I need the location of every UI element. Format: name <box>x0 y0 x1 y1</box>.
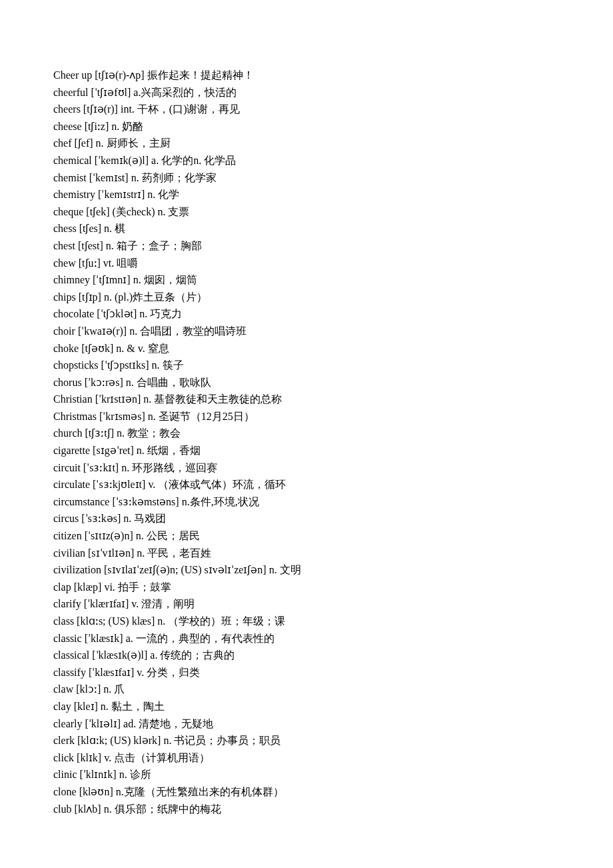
vocab-entry: clay [kleɪ] n. 黏土，陶土 <box>53 698 560 715</box>
vocab-entry: clearly [ˈklɪəlɪ] ad. 清楚地，无疑地 <box>53 715 560 733</box>
vocab-entry: classical [ˈklæsɪk(ə)l] a. 传统的；古典的 <box>53 647 560 664</box>
vocab-entry: classic [ˈklæsɪk] a. 一流的，典型的，有代表性的 <box>53 630 560 647</box>
vocab-entry: circumstance [ˈsɜːkəmstəns] n.条件,环境,状况 <box>53 493 560 511</box>
vocab-entry: claw [klɔː] n. 爪 <box>53 681 560 698</box>
vocab-entry: clinic [ˈklɪnɪk] n. 诊所 <box>53 766 560 783</box>
vocab-entry: citizen [ˈsɪtɪz(ə)n] n. 公民；居民 <box>53 527 560 545</box>
vocab-entry: chest [tʃest] n. 箱子；盒子；胸部 <box>53 237 560 255</box>
vocab-entry: clone [kləʊn] n.克隆（无性繁殖出来的有机体群） <box>53 783 560 801</box>
vocab-entry: circus [ˈsɜːkəs] n. 马戏团 <box>53 510 560 527</box>
vocab-entry: cheerful [ˈtʃɪəfʊl] a.兴高采烈的，快活的 <box>53 84 560 101</box>
vocab-entry: church [tʃɜːtʃ] n. 教堂；教会 <box>53 425 560 442</box>
vocab-entry: cheese [tʃiːz] n. 奶酪 <box>53 118 560 135</box>
vocab-entry: chemistry [ˈkemɪstrɪ] n. 化学 <box>53 186 560 203</box>
vocab-entry: chemical [ˈkemɪk(ə)l] a. 化学的n. 化学品 <box>53 152 560 169</box>
vocab-entry: chew [tʃuː] vt. 咀嚼 <box>53 255 560 272</box>
vocab-entry: chorus [ˈkɔːrəs] n. 合唱曲，歌咏队 <box>53 374 560 391</box>
vocab-entry: clap [klæp] vi. 拍手；鼓掌 <box>53 579 560 596</box>
vocab-entry: class [klɑːs; (US) klæs] n. （学校的）班；年级；课 <box>53 613 560 630</box>
vocab-entry: circuit [ˈsɜːkɪt] n. 环形路线，巡回赛 <box>53 459 560 477</box>
vocab-entry: click [klɪk] v. 点击（计算机用语） <box>53 749 560 767</box>
vocab-entry: circulate [ˈsɜːkjʊleɪt] v. （液体或气体）环流，循环 <box>53 476 560 493</box>
vocab-entry: chef [ʃef] n. 厨师长，主厨 <box>53 135 560 152</box>
vocab-entry: Christian [ˈkrɪstɪən] n. 基督教徒和天主教徒的总称 <box>53 391 560 408</box>
vocabulary-list: Cheer up [tʃɪə(r)-ʌp] 振作起来！提起精神！cheerful… <box>53 67 560 817</box>
vocab-entry: clarify [ˈklærɪfaɪ] v. 澄清，阐明 <box>53 595 560 613</box>
vocab-entry: civilization [sɪvɪlaɪˈzeɪʃ(ə)n; (US) sɪv… <box>53 561 560 579</box>
vocab-entry: civilian [sɪˈvɪlɪən] n. 平民，老百姓 <box>53 545 560 562</box>
vocab-entry: chemist [ˈkemɪst] n. 药剂师；化学家 <box>53 169 560 187</box>
vocab-entry: Cheer up [tʃɪə(r)-ʌp] 振作起来！提起精神！ <box>53 67 560 84</box>
vocab-entry: classify [ˈklæsɪfaɪ] v. 分类，归类 <box>53 664 560 681</box>
vocab-entry: cheers [tʃɪə(r)] int. 干杯，(口)谢谢，再见 <box>53 101 560 118</box>
vocab-entry: Christmas [ˈkrɪsməs] n. 圣诞节（12月25日） <box>53 408 560 425</box>
vocab-entry: choir [ˈkwaɪə(r)] n. 合唱团，教堂的唱诗班 <box>53 323 560 340</box>
vocab-entry: club [klʌb] n. 俱乐部；纸牌中的梅花 <box>53 801 560 818</box>
vocab-entry: chips [tʃɪp] n. (pl.)炸土豆条（片） <box>53 289 560 306</box>
vocab-entry: cigarette [sɪgəˈret] n. 纸烟，香烟 <box>53 442 560 459</box>
vocab-entry: chimney [ˈtʃɪmnɪ] n. 烟囱，烟筒 <box>53 271 560 289</box>
vocab-entry: choke [tʃəʊk] n. & v. 窒息 <box>53 340 560 357</box>
vocab-entry: cheque [tʃek] (美check) n. 支票 <box>53 203 560 221</box>
vocab-entry: chocolate [ˈtʃɔklət] n. 巧克力 <box>53 305 560 323</box>
vocab-entry: chess [tʃes] n. 棋 <box>53 220 560 237</box>
vocab-entry: clerk [klɑːk; (US) klərk] n. 书记员；办事员；职员 <box>53 732 560 749</box>
vocab-entry: chopsticks [ˈtʃɔpstɪks] n. 筷子 <box>53 357 560 374</box>
